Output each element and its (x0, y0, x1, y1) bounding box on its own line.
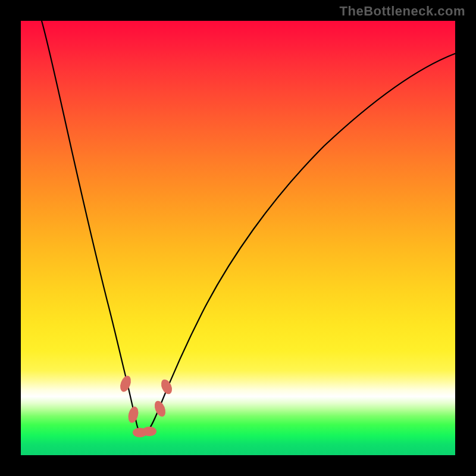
chart-frame: TheBottleneck.com (0, 0, 476, 476)
curve-svg (21, 21, 455, 455)
marker-dot (159, 378, 174, 396)
marker-dot (142, 427, 156, 436)
marker-dot (118, 374, 133, 393)
marker-dot (152, 399, 167, 418)
bottleneck-curve (42, 21, 455, 434)
marker-dot (127, 405, 140, 424)
chart-plot-area (21, 21, 455, 455)
watermark-label: TheBottleneck.com (340, 4, 465, 19)
